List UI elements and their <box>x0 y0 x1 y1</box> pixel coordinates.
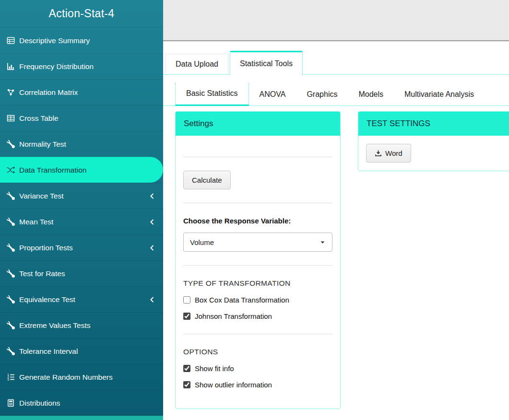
sidebar-item-equivalence-test[interactable]: Equivalence Test <box>0 286 163 312</box>
sub-tabs: Basic Statistics ANOVA Graphics Models M… <box>163 82 509 106</box>
sidebar-item-variance-test[interactable]: Variance Test <box>0 183 163 209</box>
wrench-icon <box>7 321 15 329</box>
tab-graphics[interactable]: Graphics <box>296 83 348 105</box>
sidebar-item-test-for-rates[interactable]: Test for Rates <box>0 260 163 286</box>
sidebar-item-descriptive-summary[interactable]: Descriptive Summary <box>0 27 163 53</box>
wrench-icon <box>7 192 15 200</box>
wrench-icon <box>7 244 15 252</box>
sidebar-item-extreme-values-tests[interactable]: Extreme Values Tests <box>0 312 163 338</box>
show-outlier-information-checkbox[interactable] <box>183 381 190 388</box>
app-title: Action-Stat-4 <box>0 0 163 27</box>
network-icon <box>7 88 15 96</box>
checkbox-label: Johnson Transformation <box>195 312 272 320</box>
sidebar-item-cross-table[interactable]: Cross Table <box>0 105 163 131</box>
wrench-icon <box>7 347 15 355</box>
chevron-left-icon <box>149 245 155 251</box>
sidebar-item-label: Equivalence Test <box>19 295 75 304</box>
settings-panel-header: Settings <box>176 112 340 136</box>
table-list-icon <box>7 36 15 45</box>
sidebar-item-label: Tolerance Interval <box>19 347 78 356</box>
show-fit-info-row[interactable]: Show fit info <box>183 364 332 373</box>
tab-anova[interactable]: ANOVA <box>249 83 296 105</box>
main-area: Data Upload Statistical Tools Basic Stat… <box>163 0 509 420</box>
johnson-transformation-row[interactable]: Johnson Transformation <box>183 312 332 320</box>
test-settings-panel-body: Word <box>358 136 509 171</box>
transformation-heading: TYPE OF TRANSFORMATION <box>183 279 332 288</box>
content-area: Settings Calculate Choose the Response V… <box>163 106 509 409</box>
sidebar-item-label: Cross Table <box>19 114 59 123</box>
chevron-left-icon <box>149 193 155 199</box>
sidebar-item-label: Normality Test <box>19 140 66 149</box>
response-variable-value: Volume <box>190 238 214 246</box>
wrench-icon <box>7 295 15 303</box>
settings-panel: Settings Calculate Choose the Response V… <box>175 111 341 409</box>
sidebar-item-label: Data Transformation <box>19 166 86 175</box>
sidebar: Action-Stat-4 Descriptive Summary Freque… <box>0 0 163 420</box>
calculate-button[interactable]: Calculate <box>183 171 231 189</box>
sidebar-item-label: Frequency Distribution <box>19 62 94 71</box>
sidebar-item-label: Variance Test <box>19 192 63 200</box>
divider <box>183 203 332 203</box>
sidebar-item-mean-test[interactable]: Mean Test <box>0 209 163 234</box>
word-export-button-label: Word <box>385 149 402 157</box>
sidebar-item-tolerance-interval[interactable]: Tolerance Interval <box>0 338 163 364</box>
checkbox-label: Show outlier information <box>195 381 272 389</box>
chevron-left-icon <box>149 219 155 225</box>
sidebar-item-normality-test[interactable]: Normality Test <box>0 131 163 157</box>
sidebar-item-label: Test for Rates <box>19 269 65 278</box>
sidebar-item-label: Generate Random Numbers <box>19 373 113 382</box>
wrench-icon <box>7 140 15 148</box>
sidebar-item-distributions[interactable]: Distributions <box>0 390 163 416</box>
main-tabs: Data Upload Statistical Tools <box>163 51 509 75</box>
johnson-transformation-checkbox[interactable] <box>183 313 190 320</box>
sidebar-item-correlation-matrix[interactable]: Correlation Matrix <box>0 79 163 105</box>
response-variable-select[interactable]: Volume <box>183 233 332 252</box>
sidebar-item-generate-random-numbers[interactable]: Generate Random Numbers <box>0 364 163 390</box>
tab-statistical-tools[interactable]: Statistical Tools <box>230 51 303 75</box>
ordered-list-icon <box>7 373 15 381</box>
box-cox-transformation-row[interactable]: Box Cox Data Transformation <box>183 296 332 304</box>
checkbox-label: Show fit info <box>195 364 234 373</box>
sidebar-item-label: Descriptive Summary <box>19 36 90 45</box>
divider <box>183 334 332 334</box>
sidebar-nav: Descriptive Summary Frequency Distributi… <box>0 27 163 420</box>
test-settings-panel-header: TEST SETTINGS <box>358 112 509 136</box>
response-variable-label: Choose the Response Variable: <box>183 217 332 225</box>
sidebar-item-label: Proportion Tests <box>19 244 73 252</box>
spacer <box>183 143 332 157</box>
shuffle-icon <box>7 166 15 174</box>
top-strip <box>163 0 509 41</box>
caret-down-icon <box>320 239 326 245</box>
show-fit-info-checkbox[interactable] <box>183 365 190 372</box>
bar-chart-icon <box>7 62 15 70</box>
calculator-icon <box>7 399 15 407</box>
show-outlier-information-row[interactable]: Show outlier information <box>183 381 332 389</box>
tab-models[interactable]: Models <box>348 83 394 105</box>
sidebar-item-proportion-tests[interactable]: Proportion Tests <box>0 234 163 260</box>
sidebar-item-frequency-distribution[interactable]: Frequency Distribution <box>0 53 163 79</box>
chevron-left-icon <box>149 296 155 303</box>
wrench-icon <box>7 218 15 226</box>
sidebar-item-label: Correlation Matrix <box>19 88 78 97</box>
sidebar-item-label: Distributions <box>19 399 60 408</box>
sidebar-item-partial[interactable] <box>0 416 163 420</box>
sidebar-item-label: Extreme Values Tests <box>19 321 90 330</box>
checkbox-label: Box Cox Data Transformation <box>195 296 289 304</box>
divider <box>183 265 332 266</box>
sidebar-item-data-transformation[interactable]: Data Transformation <box>0 157 163 183</box>
tab-multivariate-analysis[interactable]: Multivariate Analysis <box>394 83 485 105</box>
settings-panel-body: Calculate Choose the Response Variable: … <box>176 136 340 408</box>
tab-data-upload[interactable]: Data Upload <box>166 54 228 74</box>
divider <box>183 157 332 157</box>
box-cox-transformation-checkbox[interactable] <box>183 296 190 303</box>
word-export-button[interactable]: Word <box>366 144 411 163</box>
download-icon <box>375 150 382 157</box>
wrench-icon <box>7 269 15 278</box>
tab-basic-statistics[interactable]: Basic Statistics <box>175 82 249 106</box>
grid-icon <box>7 114 15 122</box>
options-heading: OPTIONS <box>183 348 332 356</box>
test-settings-panel: TEST SETTINGS Word <box>358 111 509 171</box>
sidebar-item-label: Mean Test <box>19 218 53 226</box>
